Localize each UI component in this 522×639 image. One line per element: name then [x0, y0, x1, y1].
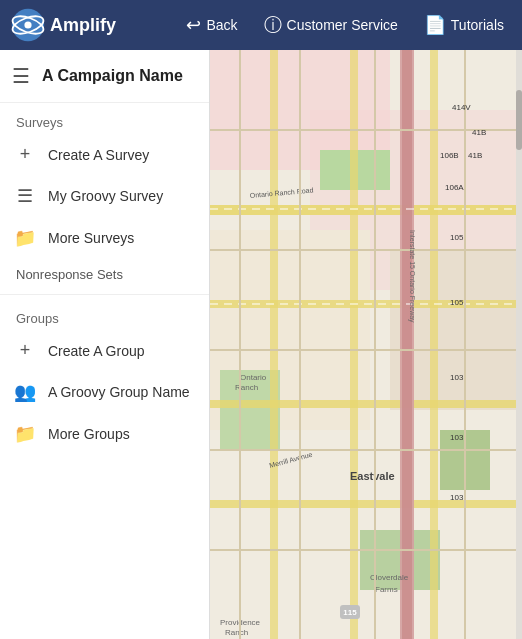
map-area: Ontario Ranch Road Merrill Avenue Eastva… — [210, 50, 522, 639]
tutorials-label: Tutorials — [451, 17, 504, 33]
logo: Amplify — [10, 7, 168, 43]
more-surveys-item[interactable]: 📁 More Surveys — [0, 217, 209, 259]
group-name-label: A Groovy Group Name — [48, 384, 190, 400]
add-group-icon: + — [14, 340, 36, 361]
logo-icon — [10, 7, 46, 43]
customer-service-button[interactable]: ⓘ Customer Service — [256, 9, 406, 41]
folder-groups-icon: 📁 — [14, 423, 36, 445]
svg-text:41B: 41B — [472, 128, 486, 137]
tutorials-button[interactable]: 📄 Tutorials — [416, 10, 512, 40]
nonresponse-item[interactable]: Nonresponse Sets — [0, 259, 209, 290]
svg-rect-56 — [516, 90, 522, 150]
svg-text:103: 103 — [450, 433, 464, 442]
back-icon: ↩ — [186, 14, 201, 36]
sidebar-divider — [0, 294, 209, 295]
sidebar-header: ☰ A Campaign Name — [0, 50, 209, 103]
svg-text:105: 105 — [450, 298, 464, 307]
svg-text:106A: 106A — [445, 183, 464, 192]
svg-text:103: 103 — [450, 373, 464, 382]
svg-rect-13 — [210, 205, 522, 215]
create-group-item[interactable]: + Create A Group — [0, 330, 209, 371]
people-icon: 👥 — [14, 381, 36, 403]
create-survey-item[interactable]: + Create A Survey — [0, 134, 209, 175]
create-survey-label: Create A Survey — [48, 147, 149, 163]
groups-section-label: Groups — [0, 299, 209, 330]
add-icon: + — [14, 144, 36, 165]
svg-text:414V: 414V — [452, 103, 471, 112]
svg-rect-15 — [210, 400, 522, 408]
svg-text:Ranch: Ranch — [235, 383, 258, 392]
svg-text:Farms: Farms — [375, 585, 398, 594]
more-surveys-label: More Surveys — [48, 230, 134, 246]
back-button[interactable]: ↩ Back — [178, 10, 245, 40]
customer-service-icon: ⓘ — [264, 13, 282, 37]
campaign-title: A Campaign Name — [42, 67, 183, 85]
sidebar: ☰ A Campaign Name Surveys + Create A Sur… — [0, 50, 210, 639]
create-group-label: Create A Group — [48, 343, 145, 359]
svg-text:Eastvale: Eastvale — [350, 470, 395, 482]
svg-text:115: 115 — [343, 608, 357, 617]
svg-text:105: 105 — [450, 233, 464, 242]
svg-text:Ranch: Ranch — [225, 628, 248, 637]
more-groups-item[interactable]: 📁 More Groups — [0, 413, 209, 455]
main-layout: ☰ A Campaign Name Surveys + Create A Sur… — [0, 50, 522, 639]
svg-text:41B: 41B — [468, 151, 482, 160]
svg-text:103: 103 — [450, 493, 464, 502]
svg-rect-16 — [210, 500, 522, 508]
logo-text: Amplify — [50, 15, 116, 36]
customer-service-label: Customer Service — [287, 17, 398, 33]
map-svg: Ontario Ranch Road Merrill Avenue Eastva… — [210, 50, 522, 639]
tutorials-icon: 📄 — [424, 14, 446, 36]
hamburger-icon[interactable]: ☰ — [12, 64, 30, 88]
folder-icon: 📁 — [14, 227, 36, 249]
more-groups-label: More Groups — [48, 426, 130, 442]
svg-text:Interstate 15 Ontario Freeway: Interstate 15 Ontario Freeway — [408, 230, 416, 323]
group-name-item[interactable]: 👥 A Groovy Group Name — [0, 371, 209, 413]
svg-text:Ontario: Ontario — [240, 373, 267, 382]
top-nav: Amplify ↩ Back ⓘ Customer Service 📄 Tuto… — [0, 0, 522, 50]
svg-text:106B: 106B — [440, 151, 459, 160]
back-label: Back — [206, 17, 237, 33]
surveys-section-label: Surveys — [0, 103, 209, 134]
my-survey-item[interactable]: ☰ My Groovy Survey — [0, 175, 209, 217]
survey-list-icon: ☰ — [14, 185, 36, 207]
my-survey-label: My Groovy Survey — [48, 188, 163, 204]
svg-point-3 — [24, 21, 31, 28]
